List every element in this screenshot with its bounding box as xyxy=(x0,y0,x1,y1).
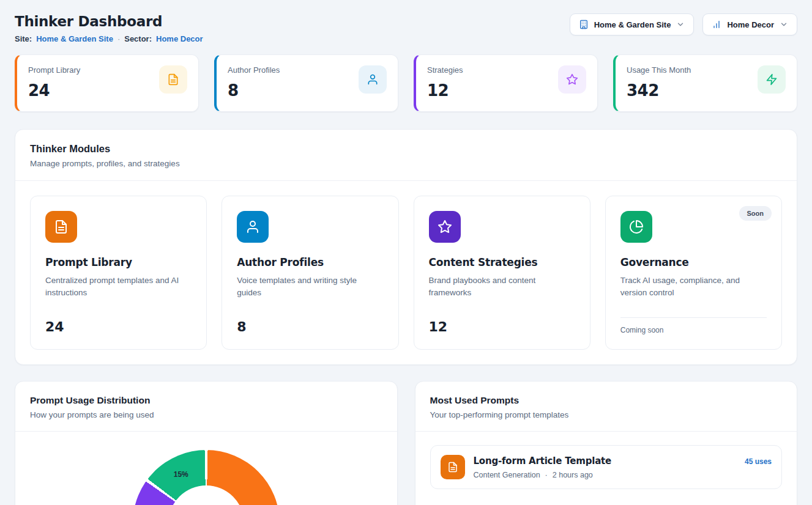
module-description: Centralized prompt templates and AI inst… xyxy=(45,275,192,298)
usage-panel-header: Prompt Usage Distribution How your promp… xyxy=(15,382,397,432)
most-used-prompts-panel: Most Used Prompts Your top-performing pr… xyxy=(415,381,798,505)
usage-distribution-panel: Prompt Usage Distribution How your promp… xyxy=(15,381,398,505)
stat-label: Prompt Library xyxy=(28,65,80,75)
stat-label: Usage This Month xyxy=(627,65,691,75)
usage-panel-title: Prompt Usage Distribution xyxy=(30,395,382,406)
file-text-icon xyxy=(159,65,187,94)
stat-value: 12 xyxy=(427,81,463,100)
breadcrumb: Site: Home & Garden Site · Sector: Home … xyxy=(15,34,203,43)
stat-card-author-profiles: Author Profiles 8 xyxy=(214,54,398,112)
file-text-icon xyxy=(441,455,465,479)
page-header: Thinker Dashboard Site: Home & Garden Si… xyxy=(15,13,797,43)
stat-cards-row: Prompt Library 24 Author Profiles 8 Stra… xyxy=(15,54,797,112)
module-description: Voice templates and writing style guides xyxy=(237,275,383,298)
stat-card-prompt-library: Prompt Library 24 xyxy=(15,54,199,112)
module-count: 24 xyxy=(45,309,192,334)
chevron-down-icon xyxy=(676,20,685,29)
module-title: Governance xyxy=(620,256,767,268)
module-count: 12 xyxy=(429,309,575,334)
prompt-meta: Content Generation · 2 hours ago xyxy=(474,471,772,479)
donut-chart[interactable]: 15% xyxy=(133,450,280,505)
module-title: Content Strategies xyxy=(429,256,575,268)
header-left: Thinker Dashboard Site: Home & Garden Si… xyxy=(15,13,203,43)
zap-icon xyxy=(758,65,786,94)
list-item-long-form-article[interactable]: Long-form Article Template 45 uses Conte… xyxy=(430,445,783,489)
stat-info: Author Profiles 8 xyxy=(228,65,280,100)
pie-chart-icon xyxy=(620,211,652,243)
soon-badge: Soon xyxy=(739,206,772,221)
module-title: Author Profiles xyxy=(237,256,383,268)
prompt-item-body: Long-form Article Template 45 uses Conte… xyxy=(474,455,772,479)
dashboard-page: Thinker Dashboard Site: Home & Garden Si… xyxy=(0,0,812,505)
prompts-panel-subtitle: Your top-performing prompt templates xyxy=(430,410,783,419)
module-title: Prompt Library xyxy=(45,256,192,268)
building-icon xyxy=(579,20,589,29)
prompt-category: Content Generation xyxy=(474,471,540,479)
stat-info: Usage This Month 342 xyxy=(627,65,691,100)
sector-link[interactable]: Home Decor xyxy=(156,34,203,43)
stat-card-usage: Usage This Month 342 xyxy=(613,54,797,112)
stat-label: Strategies xyxy=(427,65,463,75)
sector-selector-dropdown[interactable]: Home Decor xyxy=(702,13,797,35)
modules-title: Thinker Modules xyxy=(30,143,782,155)
separator-dot: · xyxy=(545,471,548,479)
modules-subtitle: Manage prompts, profiles, and strategies xyxy=(30,159,782,168)
user-icon xyxy=(359,65,387,94)
stat-value: 24 xyxy=(28,81,80,100)
stat-card-strategies: Strategies 12 xyxy=(414,54,598,112)
prompt-list: Long-form Article Template 45 uses Conte… xyxy=(415,432,797,503)
file-text-icon xyxy=(45,211,77,243)
stat-info: Prompt Library 24 xyxy=(28,65,80,100)
prompts-panel-title: Most Used Prompts xyxy=(430,395,783,406)
stat-label: Author Profiles xyxy=(228,65,280,75)
module-card-prompt-library[interactable]: Prompt Library Centralized prompt templa… xyxy=(30,196,207,350)
sector-label: Sector: xyxy=(124,34,152,43)
module-card-author-profiles[interactable]: Author Profiles Voice templates and writ… xyxy=(222,196,398,350)
stat-value: 342 xyxy=(627,81,691,100)
page-title: Thinker Dashboard xyxy=(15,13,203,29)
module-card-governance[interactable]: Soon Governance Track AI usage, complian… xyxy=(605,196,782,350)
sector-selector-label: Home Decor xyxy=(727,20,774,29)
bar-chart-icon xyxy=(712,20,721,29)
chevron-down-icon xyxy=(780,20,788,29)
header-actions: Home & Garden Site Home Decor xyxy=(570,13,797,35)
site-selector-label: Home & Garden Site xyxy=(594,20,671,29)
module-count: 8 xyxy=(237,309,383,334)
prompt-title-row: Long-form Article Template 45 uses xyxy=(474,455,772,466)
stat-value: 8 xyxy=(228,81,280,100)
site-selector-dropdown[interactable]: Home & Garden Site xyxy=(570,13,695,35)
star-sparkle-icon xyxy=(558,65,586,94)
site-label: Site: xyxy=(15,34,32,43)
usage-panel-subtitle: How your prompts are being used xyxy=(30,410,382,419)
modules-header: Thinker Modules Manage prompts, profiles… xyxy=(15,130,797,181)
star-sparkle-icon xyxy=(429,211,461,243)
module-description: Brand playbooks and content frameworks xyxy=(429,275,575,298)
usage-chart-area: 15% xyxy=(15,432,397,505)
thinker-modules-section: Thinker Modules Manage prompts, profiles… xyxy=(15,129,797,365)
user-icon xyxy=(237,211,269,243)
stat-info: Strategies 12 xyxy=(427,65,463,100)
donut-segment-label: 15% xyxy=(174,470,188,479)
prompts-panel-header: Most Used Prompts Your top-performing pr… xyxy=(415,382,797,432)
module-card-content-strategies[interactable]: Content Strategies Brand playbooks and c… xyxy=(414,196,590,350)
coming-soon-text: Coming soon xyxy=(620,317,767,334)
prompt-time: 2 hours ago xyxy=(553,471,593,479)
module-grid: Prompt Library Centralized prompt templa… xyxy=(15,181,797,364)
site-link[interactable]: Home & Garden Site xyxy=(36,34,113,43)
module-description: Track AI usage, compliance, and version … xyxy=(620,275,767,298)
separator-dot: · xyxy=(117,34,120,43)
prompt-title: Long-form Article Template xyxy=(474,455,612,466)
uses-badge: 45 uses xyxy=(745,457,772,466)
bottom-panels: Prompt Usage Distribution How your promp… xyxy=(15,381,797,505)
